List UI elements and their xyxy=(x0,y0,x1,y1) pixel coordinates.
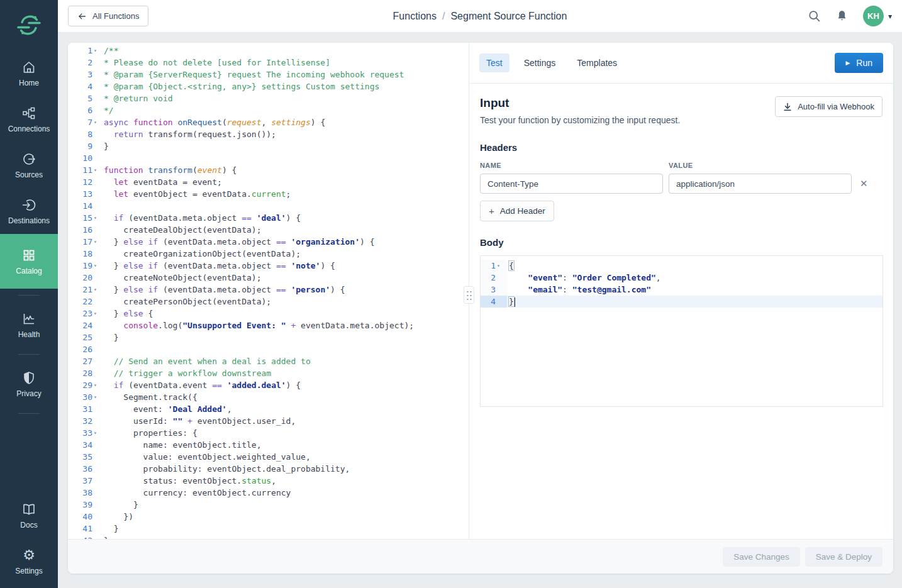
code-line[interactable]: 23▾ } else { xyxy=(68,308,469,319)
code-line[interactable]: 2 "event": "Order Completed", xyxy=(481,272,883,284)
segment-logo[interactable] xyxy=(0,0,58,50)
code-line-text[interactable]: } xyxy=(507,296,515,308)
code-line[interactable]: 41 } xyxy=(68,523,469,535)
code-line[interactable]: 8 return transform(request.json()); xyxy=(68,128,469,140)
function-code-editor[interactable]: 1▾/**2* Please do not delete [used for I… xyxy=(68,43,469,539)
code-line[interactable]: 35 value: eventObject.weighted_value, xyxy=(68,451,469,463)
code-line[interactable]: 1▾{ xyxy=(481,260,883,272)
code-line[interactable]: 17▾ } else if (eventData.meta.object == … xyxy=(68,236,469,248)
code-line-text[interactable]: } xyxy=(103,523,118,535)
fold-arrow-icon[interactable]: ▾ xyxy=(92,164,101,176)
sidebar-item-sources[interactable]: Sources xyxy=(0,142,58,188)
code-line-text[interactable]: * Please do not delete [used for Intelli… xyxy=(103,57,330,69)
code-line[interactable]: 28 // trigger a workflow downstream xyxy=(68,367,469,379)
code-line-text[interactable]: let eventObject = eventData.current; xyxy=(103,188,291,200)
code-line-text[interactable]: async function onRequest(request, settin… xyxy=(103,116,325,128)
code-line-text[interactable]: } else if (eventData.meta.object == 'not… xyxy=(103,260,335,272)
code-line[interactable]: 22 createPersonObject(eventData); xyxy=(68,296,469,308)
fold-arrow-icon[interactable]: ▾ xyxy=(92,212,101,224)
code-line[interactable]: 32 userId: "" + eventObject.user_id, xyxy=(68,415,469,427)
sidebar-item-docs[interactable]: Docs xyxy=(0,492,58,538)
code-line-text[interactable]: * @return void xyxy=(103,92,173,104)
sidebar-item-privacy[interactable]: Privacy xyxy=(0,361,58,407)
tab-settings[interactable]: Settings xyxy=(517,53,563,72)
code-line[interactable]: 2* Please do not delete [used for Intell… xyxy=(68,57,469,69)
fold-arrow-icon[interactable]: ▾ xyxy=(92,45,101,57)
code-line-text[interactable]: * @param {Object.<string, any>} settings… xyxy=(103,80,379,92)
code-line[interactable]: 34 name: eventObject.title, xyxy=(68,439,469,451)
body-json-editor[interactable]: 1▾{2 "event": "Order Completed",3 "email… xyxy=(480,255,883,407)
code-line-text[interactable]: return transform(request.json()); xyxy=(103,128,276,140)
code-line[interactable]: 6*/ xyxy=(68,104,469,116)
code-line-text[interactable]: { xyxy=(507,260,515,272)
fold-arrow-icon[interactable]: ▾ xyxy=(92,116,101,128)
code-line[interactable]: 16 createDealObject(eventData); xyxy=(68,224,469,236)
save-changes-button[interactable]: Save Changes xyxy=(723,547,800,567)
code-line-text[interactable]: properties: { xyxy=(103,427,198,439)
pane-resize-handle[interactable] xyxy=(464,286,474,304)
code-line[interactable]: 26 xyxy=(68,343,469,355)
code-line[interactable]: 24 console.log("Unsupported Event: " + e… xyxy=(68,319,469,331)
code-line[interactable]: 38 currency: eventObject.currency xyxy=(68,487,469,499)
code-line[interactable]: 14 xyxy=(68,200,469,212)
sidebar-item-destinations[interactable]: Destinations xyxy=(0,188,58,234)
code-line-text[interactable]: createDealObject(eventData); xyxy=(103,224,261,236)
code-line[interactable]: 25 } xyxy=(68,331,469,343)
code-line[interactable]: 3* @param {ServerRequest} request The in… xyxy=(68,69,469,80)
code-line-text[interactable]: currency: eventObject.currency xyxy=(103,487,291,499)
account-menu[interactable]: KH ▾ xyxy=(863,6,892,26)
code-line-text[interactable]: /** xyxy=(103,45,118,57)
code-line[interactable]: 40 }) xyxy=(68,511,469,523)
save-and-deploy-button[interactable]: Save & Deploy xyxy=(805,547,883,567)
sidebar-item-connections[interactable]: Connections xyxy=(0,96,58,142)
code-line-text[interactable]: value: eventObject.weighted_value, xyxy=(103,451,311,463)
code-line[interactable]: 10 xyxy=(68,152,469,164)
code-line[interactable]: 7▾async function onRequest(request, sett… xyxy=(68,116,469,128)
fold-arrow-icon[interactable]: ▾ xyxy=(92,308,101,319)
fold-arrow-icon[interactable]: ▾ xyxy=(92,391,101,403)
code-line[interactable]: 11▾function transform(event) { xyxy=(68,164,469,176)
fold-arrow-icon[interactable]: ▾ xyxy=(496,260,504,272)
code-line-text[interactable]: event: 'Deal Added', xyxy=(103,403,232,415)
tab-templates[interactable]: Templates xyxy=(570,53,624,72)
code-line[interactable]: 21▾ } else if (eventData.meta.object == … xyxy=(68,284,469,296)
code-line[interactable]: 30▾ Segment.track({ xyxy=(68,391,469,403)
code-line-text[interactable]: function transform(event) { xyxy=(103,164,237,176)
code-line[interactable]: 39 } xyxy=(68,499,469,511)
code-line-text[interactable]: createPersonObject(eventData); xyxy=(103,296,271,308)
notifications-button[interactable] xyxy=(836,9,848,23)
code-line-text[interactable] xyxy=(103,200,104,212)
code-line[interactable]: 12 let eventData = event; xyxy=(68,176,469,188)
code-line-text[interactable]: let eventData = event; xyxy=(103,176,222,188)
code-line-text[interactable]: } else if (eventData.meta.object == 'org… xyxy=(103,236,375,248)
sidebar-item-health[interactable]: Health xyxy=(0,302,58,348)
fold-arrow-icon[interactable]: ▾ xyxy=(92,260,101,272)
code-line-text[interactable]: } xyxy=(103,331,118,343)
code-line-text[interactable]: // Send an event when a deal is added to xyxy=(103,355,311,367)
remove-header-button[interactable]: ✕ xyxy=(860,178,868,189)
code-line[interactable]: 20 createNoteObject(eventData); xyxy=(68,272,469,284)
code-line-text[interactable] xyxy=(103,343,104,355)
code-line-text[interactable]: * @param {ServerRequest} request The inc… xyxy=(103,69,404,80)
fold-arrow-icon[interactable]: ▾ xyxy=(92,427,101,439)
code-line[interactable]: 37 status: eventObject.status, xyxy=(68,475,469,487)
code-line-text[interactable]: if (eventData.meta.object == 'deal') { xyxy=(103,212,301,224)
code-line[interactable]: 27 // Send an event when a deal is added… xyxy=(68,355,469,367)
code-line[interactable]: 3 "email": "test@gmail.com" xyxy=(481,284,883,296)
code-line-text[interactable]: probability: eventObject.deal_probabilit… xyxy=(103,463,350,475)
code-line-text[interactable]: "email": "test@gmail.com" xyxy=(507,284,651,296)
code-line-text[interactable]: userId: "" + eventObject.user_id, xyxy=(103,415,296,427)
code-line-text[interactable]: }) xyxy=(103,511,133,523)
breadcrumb-functions-link[interactable]: Functions xyxy=(393,11,437,21)
autofill-via-webhook-button[interactable]: Auto-fill via Webhook xyxy=(775,96,883,117)
code-line[interactable]: 15▾ if (eventData.meta.object == 'deal')… xyxy=(68,212,469,224)
fold-arrow-icon[interactable]: ▾ xyxy=(92,379,101,391)
code-line-text[interactable]: createNoteObject(eventData); xyxy=(103,272,261,284)
sidebar-item-catalog[interactable]: Catalog xyxy=(0,234,58,289)
search-button[interactable] xyxy=(808,9,821,23)
code-line-text[interactable] xyxy=(103,152,104,164)
code-line[interactable]: 5* @return void xyxy=(68,92,469,104)
code-line[interactable]: 18 createOrganizationObject(eventData); xyxy=(68,248,469,260)
code-line-text[interactable]: Segment.track({ xyxy=(103,391,198,403)
code-line-text[interactable]: if (eventData.event == 'added.deal') { xyxy=(103,379,301,391)
